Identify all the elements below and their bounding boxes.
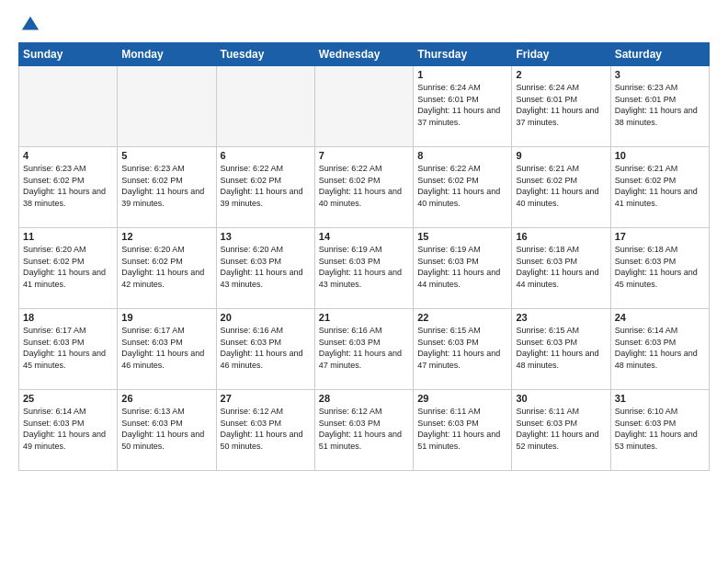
header: [18, 15, 710, 35]
day-detail: Sunrise: 6:19 AMSunset: 6:03 PMDaylight:…: [417, 244, 507, 290]
calendar-cell: 28Sunrise: 6:12 AMSunset: 6:03 PMDayligh…: [314, 390, 413, 471]
calendar-cell: 15Sunrise: 6:19 AMSunset: 6:03 PMDayligh…: [414, 228, 512, 309]
calendar-cell: 4Sunrise: 6:23 AMSunset: 6:02 PMDaylight…: [19, 147, 118, 228]
calendar-cell: [19, 66, 118, 147]
day-number: 28: [319, 393, 409, 404]
day-detail: Sunrise: 6:15 AMSunset: 6:03 PMDaylight:…: [516, 325, 606, 371]
day-detail: Sunrise: 6:19 AMSunset: 6:03 PMDaylight:…: [319, 244, 409, 290]
calendar-cell: 30Sunrise: 6:11 AMSunset: 6:03 PMDayligh…: [512, 390, 610, 471]
day-number: 20: [221, 312, 311, 323]
day-detail: Sunrise: 6:11 AMSunset: 6:03 PMDaylight:…: [417, 406, 507, 452]
day-detail: Sunrise: 6:22 AMSunset: 6:02 PMDaylight:…: [319, 163, 409, 209]
day-detail: Sunrise: 6:14 AMSunset: 6:03 PMDaylight:…: [23, 406, 113, 452]
day-detail: Sunrise: 6:17 AMSunset: 6:03 PMDaylight:…: [121, 325, 211, 371]
day-detail: Sunrise: 6:12 AMSunset: 6:03 PMDaylight:…: [319, 406, 409, 452]
calendar-cell: 26Sunrise: 6:13 AMSunset: 6:03 PMDayligh…: [118, 390, 216, 471]
calendar-cell: 17Sunrise: 6:18 AMSunset: 6:03 PMDayligh…: [610, 228, 709, 309]
day-detail: Sunrise: 6:15 AMSunset: 6:03 PMDaylight:…: [417, 325, 507, 371]
calendar-cell: 21Sunrise: 6:16 AMSunset: 6:03 PMDayligh…: [314, 309, 413, 390]
day-number: 1: [417, 69, 507, 80]
day-number: 24: [615, 312, 705, 323]
day-detail: Sunrise: 6:20 AMSunset: 6:02 PMDaylight:…: [121, 244, 211, 290]
day-detail: Sunrise: 6:18 AMSunset: 6:03 PMDaylight:…: [615, 244, 705, 290]
calendar-cell: 16Sunrise: 6:18 AMSunset: 6:03 PMDayligh…: [512, 228, 610, 309]
calendar-table: SundayMondayTuesdayWednesdayThursdayFrid…: [18, 42, 710, 471]
calendar-cell: 1Sunrise: 6:24 AMSunset: 6:01 PMDaylight…: [414, 66, 512, 147]
calendar-cell: 3Sunrise: 6:23 AMSunset: 6:01 PMDaylight…: [610, 66, 709, 147]
calendar-cell: [118, 66, 216, 147]
weekday-header-tuesday: Tuesday: [216, 43, 314, 66]
calendar-cell: 8Sunrise: 6:22 AMSunset: 6:02 PMDaylight…: [414, 147, 512, 228]
day-number: 30: [516, 393, 606, 404]
day-detail: Sunrise: 6:23 AMSunset: 6:02 PMDaylight:…: [121, 163, 211, 209]
weekday-header-monday: Monday: [118, 43, 216, 66]
day-number: 14: [319, 231, 409, 242]
calendar-cell: 31Sunrise: 6:10 AMSunset: 6:03 PMDayligh…: [610, 390, 709, 471]
day-number: 9: [516, 150, 606, 161]
day-number: 17: [615, 231, 705, 242]
day-number: 21: [319, 312, 409, 323]
day-number: 19: [121, 312, 211, 323]
day-detail: Sunrise: 6:23 AMSunset: 6:01 PMDaylight:…: [615, 82, 705, 128]
day-detail: Sunrise: 6:16 AMSunset: 6:03 PMDaylight:…: [319, 325, 409, 371]
weekday-header-saturday: Saturday: [610, 43, 709, 66]
day-detail: Sunrise: 6:22 AMSunset: 6:02 PMDaylight:…: [417, 163, 507, 209]
calendar-cell: 27Sunrise: 6:12 AMSunset: 6:03 PMDayligh…: [216, 390, 314, 471]
day-detail: Sunrise: 6:20 AMSunset: 6:02 PMDaylight:…: [23, 244, 113, 290]
calendar-cell: 6Sunrise: 6:22 AMSunset: 6:02 PMDaylight…: [216, 147, 314, 228]
calendar-week-row: 11Sunrise: 6:20 AMSunset: 6:02 PMDayligh…: [19, 228, 710, 309]
day-number: 27: [221, 393, 311, 404]
calendar-cell: [314, 66, 413, 147]
day-number: 29: [417, 393, 507, 404]
day-number: 31: [615, 393, 705, 404]
day-number: 16: [516, 231, 606, 242]
svg-marker-0: [22, 17, 39, 30]
day-detail: Sunrise: 6:24 AMSunset: 6:01 PMDaylight:…: [516, 82, 606, 128]
calendar-cell: 11Sunrise: 6:20 AMSunset: 6:02 PMDayligh…: [19, 228, 118, 309]
calendar-cell: 22Sunrise: 6:15 AMSunset: 6:03 PMDayligh…: [414, 309, 512, 390]
day-number: 22: [417, 312, 507, 323]
day-number: 15: [417, 231, 507, 242]
day-detail: Sunrise: 6:17 AMSunset: 6:03 PMDaylight:…: [23, 325, 113, 371]
calendar-week-row: 4Sunrise: 6:23 AMSunset: 6:02 PMDaylight…: [19, 147, 710, 228]
calendar-cell: 18Sunrise: 6:17 AMSunset: 6:03 PMDayligh…: [19, 309, 118, 390]
day-detail: Sunrise: 6:16 AMSunset: 6:03 PMDaylight:…: [221, 325, 311, 371]
day-number: 3: [615, 69, 705, 80]
page: SundayMondayTuesdayWednesdayThursdayFrid…: [0, 0, 728, 563]
calendar-cell: 9Sunrise: 6:21 AMSunset: 6:02 PMDaylight…: [512, 147, 610, 228]
weekday-header-sunday: Sunday: [19, 43, 118, 66]
calendar-cell: 13Sunrise: 6:20 AMSunset: 6:03 PMDayligh…: [216, 228, 314, 309]
calendar-week-row: 1Sunrise: 6:24 AMSunset: 6:01 PMDaylight…: [19, 66, 710, 147]
day-detail: Sunrise: 6:13 AMSunset: 6:03 PMDaylight:…: [121, 406, 211, 452]
day-detail: Sunrise: 6:22 AMSunset: 6:02 PMDaylight:…: [221, 163, 311, 209]
calendar-cell: 24Sunrise: 6:14 AMSunset: 6:03 PMDayligh…: [610, 309, 709, 390]
day-detail: Sunrise: 6:21 AMSunset: 6:02 PMDaylight:…: [615, 163, 705, 209]
day-number: 2: [516, 69, 606, 80]
day-detail: Sunrise: 6:21 AMSunset: 6:02 PMDaylight:…: [516, 163, 606, 209]
calendar-cell: [216, 66, 314, 147]
day-number: 10: [615, 150, 705, 161]
day-detail: Sunrise: 6:20 AMSunset: 6:03 PMDaylight:…: [221, 244, 311, 290]
day-number: 12: [121, 231, 211, 242]
logo-icon: [20, 15, 40, 35]
calendar-cell: 5Sunrise: 6:23 AMSunset: 6:02 PMDaylight…: [118, 147, 216, 228]
day-number: 8: [417, 150, 507, 161]
day-number: 23: [516, 312, 606, 323]
day-number: 26: [121, 393, 211, 404]
calendar-cell: 19Sunrise: 6:17 AMSunset: 6:03 PMDayligh…: [118, 309, 216, 390]
weekday-header-wednesday: Wednesday: [314, 43, 413, 66]
day-number: 18: [23, 312, 113, 323]
day-number: 13: [221, 231, 311, 242]
weekday-header-friday: Friday: [512, 43, 610, 66]
day-detail: Sunrise: 6:24 AMSunset: 6:01 PMDaylight:…: [417, 82, 507, 128]
day-number: 25: [23, 393, 113, 404]
calendar-cell: 23Sunrise: 6:15 AMSunset: 6:03 PMDayligh…: [512, 309, 610, 390]
day-detail: Sunrise: 6:12 AMSunset: 6:03 PMDaylight:…: [221, 406, 311, 452]
calendar-cell: 12Sunrise: 6:20 AMSunset: 6:02 PMDayligh…: [118, 228, 216, 309]
day-detail: Sunrise: 6:14 AMSunset: 6:03 PMDaylight:…: [615, 325, 705, 371]
day-detail: Sunrise: 6:11 AMSunset: 6:03 PMDaylight:…: [516, 406, 606, 452]
weekday-header-thursday: Thursday: [414, 43, 512, 66]
day-detail: Sunrise: 6:18 AMSunset: 6:03 PMDaylight:…: [516, 244, 606, 290]
calendar-header-row: SundayMondayTuesdayWednesdayThursdayFrid…: [19, 43, 710, 66]
calendar-cell: 29Sunrise: 6:11 AMSunset: 6:03 PMDayligh…: [414, 390, 512, 471]
